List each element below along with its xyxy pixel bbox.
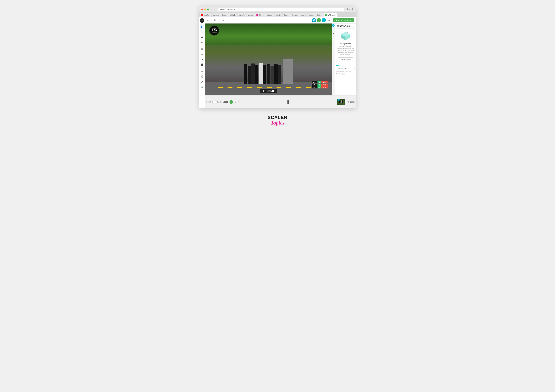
create-label: Create [336,73,341,75]
panel-icon-settings[interactable]: ⚙ [332,32,335,35]
km-label-39: KM [312,86,317,88]
select-tool[interactable]: ▶ [200,24,204,29]
tab-alphaf2-label: alphaf... [230,14,236,16]
timer-challenge: CHALLENGE [212,32,217,33]
tab-sqogi[interactable]: sqogi... [299,13,307,17]
tab-search[interactable]: Searc... [220,13,228,17]
panel-icon-layers[interactable]: ⬡ [332,28,335,31]
filter-btn[interactable]: ≡ [219,101,221,103]
tab-youtube[interactable]: YouTu... [200,13,212,17]
tags-input[interactable] [336,67,355,70]
comment-tool[interactable]: 💬 [200,74,204,79]
nav-prev-button[interactable]: ← [210,19,213,22]
tab-alphaf3-label: alphaf... [239,14,245,16]
polygon-tool[interactable]: ⬟ [200,35,204,39]
share-tool[interactable]: ↗ [200,80,204,84]
tab-open1-label: Open... [284,14,289,16]
scaler-topics: Topics [271,120,284,125]
sigma-icon: Σ [206,101,207,103]
back-button[interactable]: ‹ [210,8,212,11]
tab-alpha[interactable]: Alpha... [266,13,274,17]
share-browser-button[interactable]: ⬆ [346,8,349,11]
km-num-41: 41 [317,81,321,83]
runner-9 [274,64,278,84]
tab-sainf[interactable]: Sainf... [316,13,324,17]
extensions-button[interactable]: ⋮ [351,8,354,11]
auto-annotate-tool[interactable]: ✦ [200,30,204,34]
play-button[interactable]: ▶ [229,100,233,104]
minimize-button[interactable] [204,8,206,10]
zoom-object-tool[interactable]: ⊕ [200,69,204,74]
skip-button[interactable]: ⏭ [234,101,236,103]
km-time-39: 2:50 [321,86,329,88]
v7darwin-favicon [325,14,327,16]
smart-brush-tool[interactable]: 〜 [200,57,204,62]
tool-divider-1 [200,46,204,46]
search-tool[interactable]: 🔍 [200,85,204,89]
tags-label: TAGS [336,65,355,66]
all-label: ALL [208,101,211,103]
zoom-fit-button[interactable]: ⊡ [348,101,350,103]
forward-button[interactable]: › [214,8,216,11]
tab-alphaf1[interactable]: alphaf... [212,13,220,17]
ellipse-tool[interactable]: ○ [200,52,204,57]
nav-first-button[interactable]: ⇤ [207,19,210,22]
avatar-teal[interactable] [321,18,326,22]
brush-tool[interactable]: ✏ [200,40,204,45]
copy-instances-button[interactable]: Copy instances [338,58,353,61]
avatar-nb[interactable]: NB [312,18,316,22]
tab-alphaf4[interactable]: alphaf... [247,13,255,17]
km-time-40: 2:50 [321,84,329,86]
send-to-review-button[interactable]: SEND TO REVIEW [333,18,354,22]
tab-alphaf3[interactable]: alphaf... [238,13,246,17]
annotation-rect-btn[interactable]: □ [353,25,355,27]
tab-youtube-label: YouTu... [204,14,210,16]
frame-counter: 1 / 1 [214,19,218,21]
filmstrip-end-marker [287,100,289,104]
address-bar[interactable]: darwin.v7labs.com [218,8,343,11]
sort-btn[interactable]: ⇅ [217,101,219,103]
annotations-label: ANNOTATIONS [337,25,351,27]
tab-introd[interactable]: Introd... [307,13,316,17]
add-tab-button[interactable]: + [349,8,351,11]
km-row-40: KM 40 2:50 [312,84,329,86]
tab-alphaf4-label: alphaf... [248,14,254,16]
filmstrip-progress[interactable] [241,102,286,102]
stack-tool[interactable]: ⬛ [200,63,204,67]
copy-tool[interactable]: ⧉ [200,47,204,51]
maximize-button[interactable] [207,8,209,10]
runners-area [205,59,332,84]
iso-box-svg [340,31,351,41]
tab-open1[interactable]: Open... [283,13,291,17]
tab-introd-label: Introd... [309,14,314,16]
browser-titlebar: ‹ › darwin.v7labs.com ⬆ + ⋮ [199,7,356,12]
annotation-circle-btn[interactable]: ○ [351,25,353,27]
tab-v7darwin[interactable]: V7 Darwin [324,13,337,17]
close-button[interactable] [201,8,203,10]
frame-number-input[interactable] [212,101,216,103]
create-shortcut: Tab [341,73,345,75]
scaler-title: SCALER [268,115,287,120]
tab-open2[interactable]: Open... [291,13,299,17]
zoom-controls: ⊡ 108% [348,101,355,103]
nav-last-button[interactable]: ⇥ [222,19,225,22]
tab-bioh[interactable]: Bio H... [255,13,266,17]
create-tag-row: Create Tab [336,73,355,75]
tab-alphaf1-label: alphaf... [213,14,219,16]
tags-hint: Select a tag or create one ↓ [336,71,355,72]
toolbar-avatars: NB [312,18,326,22]
nav-next-button[interactable]: → [218,19,221,22]
tab-alphaf2[interactable]: alphaf... [229,13,238,17]
filmstrip-thumbnail[interactable]: NB [337,99,345,105]
v7-logo[interactable]: V7 [200,18,204,23]
workspace: INEOS 1:59 CHALLENGE KM 41 2:49 [205,23,356,95]
filmstrip-current: 1 [223,101,224,103]
info-button[interactable]: ⚙ [327,18,331,22]
tab-tsingi[interactable]: tsingi... [275,13,282,17]
app-layout: V7 ▶ ✦ ⬟ ✏ ⧉ ○ 〜 ⬛ ⊕ 💬 ↗ 🔍 ⇤ ← 1 / [199,17,356,108]
panel-icon-info[interactable]: ℹ [332,24,335,27]
avatar-green[interactable] [317,18,321,22]
annotation-pen-btn[interactable]: ✏ [356,25,356,27]
canvas-area[interactable]: INEOS 1:59 CHALLENGE KM 41 2:49 [205,23,332,95]
toolbar-navigation: ⇤ ← 1 / 1 → ⇥ [207,19,225,22]
